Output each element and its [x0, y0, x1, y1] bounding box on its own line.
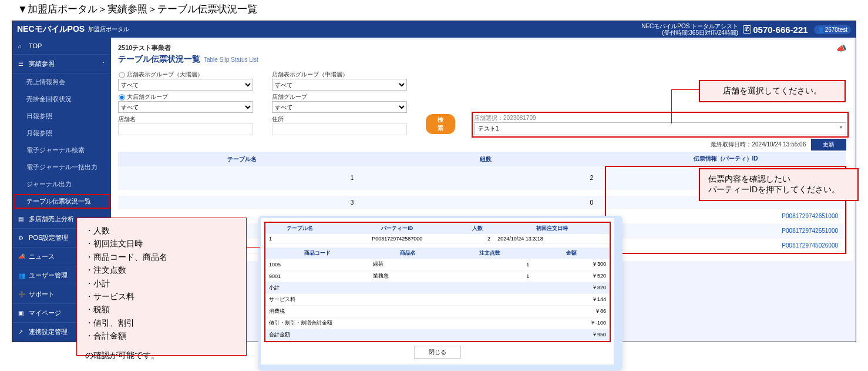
- row-service: サービス料: [265, 294, 533, 306]
- last-update-time: 2024/10/24 13:55:06: [752, 141, 806, 148]
- sidebar-sub-0[interactable]: 売上情報照会: [12, 73, 111, 91]
- company-name: 2510テスト事業者: [118, 44, 171, 53]
- menu-icon: ▣: [18, 310, 26, 316]
- row-discount: 値引・割引・割増合計金額: [265, 317, 533, 329]
- callout-line: ・注文点数: [85, 263, 238, 276]
- chevron-down-icon: ˅: [102, 61, 105, 67]
- callout-line: ・値引、割引: [85, 316, 238, 329]
- callout-line: ・サービス料: [85, 290, 238, 303]
- sidebar-sub-7[interactable]: テーブル伝票状況一覧: [12, 193, 111, 210]
- tel-number: ✆0570-666-221: [743, 25, 808, 35]
- assist-line2: (受付時間:365日対応/24時間): [641, 29, 738, 36]
- slip-detail-popup: テーブル名パーティーID人数初回注文日時 1 P0081729742587000…: [258, 216, 623, 342]
- sidebar-sub-4[interactable]: 電子ジャーナル検索: [12, 142, 111, 159]
- row-total: 合計金額: [265, 329, 533, 341]
- party-id-link[interactable]: P0081729742651000: [613, 212, 838, 220]
- sidebar-group-results[interactable]: ☰実績参照˅: [12, 55, 111, 73]
- row-subtotal: 小計: [265, 282, 533, 294]
- assist-line1: NECモバイルPOS トータルアシスト: [641, 23, 738, 29]
- menu-icon: 📣: [18, 253, 26, 260]
- popup-line-row: 1005緑茶1￥300: [265, 259, 610, 270]
- col-table-name: テーブル名: [118, 152, 365, 166]
- brand: NECモバイルPOS: [17, 24, 85, 35]
- col-party-id: 伝票情報（パーティ）ID: [605, 152, 846, 166]
- label-address: 住所: [272, 115, 407, 123]
- popup-table-name: 1: [265, 234, 334, 244]
- sidebar-sub-6[interactable]: ジャーナル出力: [12, 176, 111, 193]
- select-store-group[interactable]: すべて: [272, 101, 407, 113]
- party-id-link[interactable]: P0081729745026000: [613, 242, 838, 250]
- phone-icon: ✆: [743, 25, 751, 34]
- page-title: テーブル伝票状況一覧Table Slip Status List: [118, 54, 846, 65]
- select-mid-group[interactable]: すべて: [272, 79, 407, 91]
- callout-line: ・初回注文日時: [85, 237, 238, 250]
- callout-detail-items: ・人数・初回注文日時・商品コード、商品名・注文点数・小計・サービス料・税額・値引…: [76, 218, 247, 342]
- list-icon: ☰: [18, 61, 26, 67]
- update-row: 最終取得日時：2024/10/24 13:55:06 更新: [118, 139, 846, 151]
- chevron-down-icon: ▾: [840, 125, 842, 133]
- label-store-name: 店舗名: [118, 115, 253, 123]
- menu-icon: ➕: [18, 291, 26, 298]
- app-header: NECモバイルPOS 加盟店ポータル NECモバイルPOS トータルアシスト (…: [12, 21, 856, 38]
- radio-big-store[interactable]: 大店舗グループ: [118, 93, 253, 101]
- user-icon: [817, 26, 825, 33]
- select-big-store[interactable]: すべて: [118, 101, 253, 113]
- sub-brand: 加盟店ポータル: [88, 25, 129, 34]
- popup-party-id: P0081729742587000: [334, 234, 460, 244]
- assist-info: NECモバイルPOS トータルアシスト (受付時間:365日対応/24時間): [641, 23, 738, 36]
- store-select[interactable]: テスト1▾: [474, 122, 846, 135]
- callout-line: ・合計金額: [85, 329, 238, 342]
- popup-first-order: 2024/10/24 13:3:18: [494, 234, 610, 244]
- popup-header-table: テーブル名パーティーID人数初回注文日時 1 P0081729742587000…: [265, 223, 610, 244]
- connector-line: [671, 89, 672, 123]
- callout-party-id: 伝票内容を確認したい パーティーIDを押下してください。: [699, 168, 859, 201]
- popup-people: 2: [460, 234, 494, 244]
- col-count: 組数: [365, 152, 605, 166]
- popup-line-row: 9001業務急1￥520: [265, 270, 610, 282]
- search-button[interactable]: 検索: [426, 114, 455, 134]
- sidebar-sub-1[interactable]: 売掛金回収状況: [12, 91, 111, 108]
- connector-line: [671, 89, 699, 90]
- connector-line: [245, 247, 260, 248]
- menu-icon: 👥: [18, 272, 26, 279]
- popup-lines-table: 商品コード商品名注文点数金額 1005緑茶1￥3009001業務急1￥520 小…: [265, 248, 610, 341]
- menu-icon: ▤: [18, 216, 26, 222]
- input-address[interactable]: [272, 123, 407, 135]
- sidebar-sub-3[interactable]: 月報参照: [12, 125, 111, 142]
- party-id-link[interactable]: P0081729742651000: [613, 227, 838, 235]
- sidebar-sub-2[interactable]: 日報参照: [12, 108, 111, 125]
- radio-large-group[interactable]: 店舗表示グループ（大階層）: [118, 71, 253, 79]
- callout-line: ・商品コード、商品名: [85, 250, 238, 263]
- input-store-name[interactable]: [118, 123, 253, 135]
- callout-line: ・税額: [85, 303, 238, 316]
- menu-icon: ↗: [18, 329, 26, 335]
- label-mid-group: 店舗表示グループ（中階層）: [272, 71, 407, 79]
- account-badge[interactable]: 2570test: [814, 25, 851, 34]
- sidebar-top[interactable]: ⌂TOP: [12, 38, 111, 55]
- label-store-group: 店舗グループ: [272, 93, 407, 101]
- callout-line: ・小計: [85, 277, 238, 290]
- menu-icon: ⚙: [18, 235, 26, 241]
- update-button[interactable]: 更新: [811, 139, 846, 151]
- store-select-label: 店舗選択：2023081709: [474, 114, 846, 122]
- callout-line: ・人数: [85, 224, 238, 237]
- store-select-box: 店舗選択：2023081709 テスト1▾: [474, 114, 846, 135]
- megaphone-icon[interactable]: 📣: [836, 44, 846, 53]
- callout-store-select: 店舗を選択してください。: [699, 80, 846, 102]
- dashboard-icon: ⌂: [18, 43, 26, 49]
- breadcrumb: ▼加盟店ポータル＞実績参照＞テーブル伝票状況一覧: [0, 0, 868, 21]
- select-large-group[interactable]: すべて: [118, 79, 253, 91]
- row-tax: 消費税: [265, 306, 533, 317]
- sidebar-sub-5[interactable]: 電子ジャーナル一括出力: [12, 159, 111, 176]
